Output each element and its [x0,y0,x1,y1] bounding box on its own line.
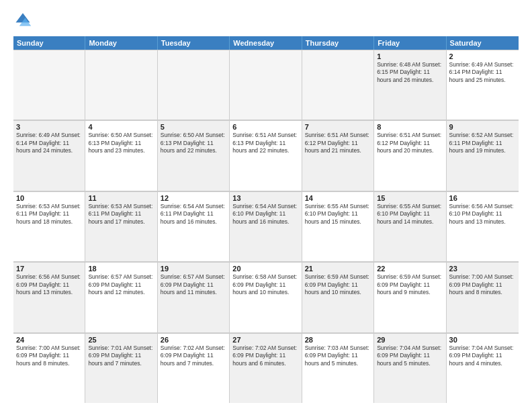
calendar-cell-19: 19Sunrise: 6:57 AM Sunset: 6:09 PM Dayli… [158,262,230,332]
cell-info: Sunrise: 7:04 AM Sunset: 6:09 PM Dayligh… [449,345,516,367]
calendar-cell-5: 5Sunrise: 6:50 AM Sunset: 6:13 PM Daylig… [158,120,230,190]
header-day-saturday: Saturday [447,36,519,50]
page: SundayMondayTuesdayWednesdayThursdayFrid… [0,0,532,411]
day-number: 10 [16,194,82,202]
cell-info: Sunrise: 6:55 AM Sunset: 6:10 PM Dayligh… [377,203,443,226]
day-number: 9 [449,123,516,131]
cell-info: Sunrise: 6:56 AM Sunset: 6:10 PM Dayligh… [449,203,516,226]
calendar-cell-10: 10Sunrise: 6:53 AM Sunset: 6:11 PM Dayli… [13,191,85,261]
day-number: 5 [161,123,226,131]
calendar-week-2: 3Sunrise: 6:49 AM Sunset: 6:14 PM Daylig… [13,120,519,191]
calendar-cell-14: 14Sunrise: 6:55 AM Sunset: 6:10 PM Dayli… [302,191,374,261]
day-number: 17 [16,265,82,273]
header [13,11,519,30]
calendar-cell-7: 7Sunrise: 6:51 AM Sunset: 6:12 PM Daylig… [302,120,374,190]
calendar-cell-20: 20Sunrise: 6:58 AM Sunset: 6:09 PM Dayli… [230,262,302,332]
cell-info: Sunrise: 6:56 AM Sunset: 6:09 PM Dayligh… [16,273,82,296]
header-day-sunday: Sunday [13,36,85,50]
day-number: 8 [377,123,443,131]
cell-info: Sunrise: 7:02 AM Sunset: 6:09 PM Dayligh… [161,345,226,367]
day-number: 3 [16,123,82,131]
calendar-cell-25: 25Sunrise: 7:01 AM Sunset: 6:09 PM Dayli… [85,333,157,403]
day-number: 6 [232,123,298,131]
calendar-cell-16: 16Sunrise: 6:56 AM Sunset: 6:10 PM Dayli… [447,191,519,261]
day-number: 30 [449,336,516,344]
calendar-cell-17: 17Sunrise: 6:56 AM Sunset: 6:09 PM Dayli… [13,262,85,332]
calendar-cell-18: 18Sunrise: 6:57 AM Sunset: 6:09 PM Dayli… [85,262,157,332]
cell-info: Sunrise: 6:58 AM Sunset: 6:09 PM Dayligh… [232,273,298,296]
calendar-week-5: 24Sunrise: 7:00 AM Sunset: 6:09 PM Dayli… [13,333,519,403]
day-number: 27 [232,336,298,344]
cell-info: Sunrise: 6:57 AM Sunset: 6:09 PM Dayligh… [161,273,226,296]
cell-info: Sunrise: 6:59 AM Sunset: 6:09 PM Dayligh… [305,273,371,296]
logo-icon [13,11,32,30]
calendar-week-3: 10Sunrise: 6:53 AM Sunset: 6:11 PM Dayli… [13,191,519,262]
cell-info: Sunrise: 6:57 AM Sunset: 6:09 PM Dayligh… [88,273,154,296]
day-number: 18 [88,265,154,273]
cell-info: Sunrise: 7:01 AM Sunset: 6:09 PM Dayligh… [88,345,154,367]
calendar-cell-26: 26Sunrise: 7:02 AM Sunset: 6:09 PM Dayli… [158,333,230,403]
cell-info: Sunrise: 6:51 AM Sunset: 6:12 PM Dayligh… [305,132,371,154]
calendar-cell-28: 28Sunrise: 7:03 AM Sunset: 6:09 PM Dayli… [302,333,374,403]
header-day-friday: Friday [374,36,446,50]
day-number: 1 [377,52,443,60]
calendar-cell-empty-1 [85,50,157,120]
day-number: 25 [88,336,154,344]
header-day-wednesday: Wednesday [230,36,302,50]
cell-info: Sunrise: 7:00 AM Sunset: 6:09 PM Dayligh… [449,273,516,296]
calendar-body: 1Sunrise: 6:48 AM Sunset: 6:15 PM Daylig… [13,50,519,403]
day-number: 24 [16,336,82,344]
day-number: 20 [232,265,298,273]
day-number: 11 [88,194,154,202]
calendar-cell-30: 30Sunrise: 7:04 AM Sunset: 6:09 PM Dayli… [447,333,519,403]
cell-info: Sunrise: 6:50 AM Sunset: 6:13 PM Dayligh… [161,132,226,154]
cell-info: Sunrise: 6:52 AM Sunset: 6:11 PM Dayligh… [449,132,516,154]
day-number: 28 [305,336,371,344]
cell-info: Sunrise: 6:50 AM Sunset: 6:13 PM Dayligh… [88,132,154,154]
header-day-tuesday: Tuesday [158,36,230,50]
day-number: 7 [305,123,371,131]
day-number: 21 [305,265,371,273]
calendar-cell-empty-2 [158,50,230,120]
day-number: 13 [232,194,298,202]
day-number: 23 [449,265,516,273]
calendar: SundayMondayTuesdayWednesdayThursdayFrid… [13,36,519,403]
calendar-cell-8: 8Sunrise: 6:51 AM Sunset: 6:12 PM Daylig… [374,120,446,190]
calendar-cell-27: 27Sunrise: 7:02 AM Sunset: 6:09 PM Dayli… [230,333,302,403]
calendar-week-1: 1Sunrise: 6:48 AM Sunset: 6:15 PM Daylig… [13,50,519,120]
calendar-week-4: 17Sunrise: 6:56 AM Sunset: 6:09 PM Dayli… [13,262,519,332]
day-number: 16 [449,194,516,202]
calendar-cell-21: 21Sunrise: 6:59 AM Sunset: 6:09 PM Dayli… [302,262,374,332]
calendar-cell-24: 24Sunrise: 7:00 AM Sunset: 6:09 PM Dayli… [13,333,85,403]
cell-info: Sunrise: 6:53 AM Sunset: 6:11 PM Dayligh… [88,203,154,226]
day-number: 22 [377,265,443,273]
cell-info: Sunrise: 7:04 AM Sunset: 6:09 PM Dayligh… [377,345,443,367]
calendar-cell-6: 6Sunrise: 6:51 AM Sunset: 6:13 PM Daylig… [230,120,302,190]
cell-info: Sunrise: 6:49 AM Sunset: 6:14 PM Dayligh… [16,132,82,154]
cell-info: Sunrise: 6:48 AM Sunset: 6:15 PM Dayligh… [377,61,443,84]
calendar-header: SundayMondayTuesdayWednesdayThursdayFrid… [13,36,519,50]
cell-info: Sunrise: 6:51 AM Sunset: 6:13 PM Dayligh… [232,132,298,154]
cell-info: Sunrise: 6:51 AM Sunset: 6:12 PM Dayligh… [377,132,443,154]
calendar-cell-11: 11Sunrise: 6:53 AM Sunset: 6:11 PM Dayli… [85,191,157,261]
day-number: 15 [377,194,443,202]
day-number: 19 [161,265,226,273]
cell-info: Sunrise: 6:54 AM Sunset: 6:10 PM Dayligh… [232,203,298,226]
calendar-cell-3: 3Sunrise: 6:49 AM Sunset: 6:14 PM Daylig… [13,120,85,190]
day-number: 29 [377,336,443,344]
day-number: 14 [305,194,371,202]
calendar-cell-29: 29Sunrise: 7:04 AM Sunset: 6:09 PM Dayli… [374,333,446,403]
cell-info: Sunrise: 6:59 AM Sunset: 6:09 PM Dayligh… [377,273,443,296]
calendar-cell-empty-0 [13,50,85,120]
calendar-cell-23: 23Sunrise: 7:00 AM Sunset: 6:09 PM Dayli… [447,262,519,332]
cell-info: Sunrise: 7:02 AM Sunset: 6:09 PM Dayligh… [232,345,298,367]
calendar-cell-empty-3 [230,50,302,120]
logo [13,11,35,30]
calendar-cell-2: 2Sunrise: 6:49 AM Sunset: 6:14 PM Daylig… [447,50,519,120]
calendar-cell-1: 1Sunrise: 6:48 AM Sunset: 6:15 PM Daylig… [374,50,446,120]
cell-info: Sunrise: 6:49 AM Sunset: 6:14 PM Dayligh… [449,61,516,84]
calendar-cell-empty-4 [302,50,374,120]
header-day-monday: Monday [85,36,157,50]
calendar-cell-12: 12Sunrise: 6:54 AM Sunset: 6:11 PM Dayli… [158,191,230,261]
day-number: 2 [449,52,516,60]
